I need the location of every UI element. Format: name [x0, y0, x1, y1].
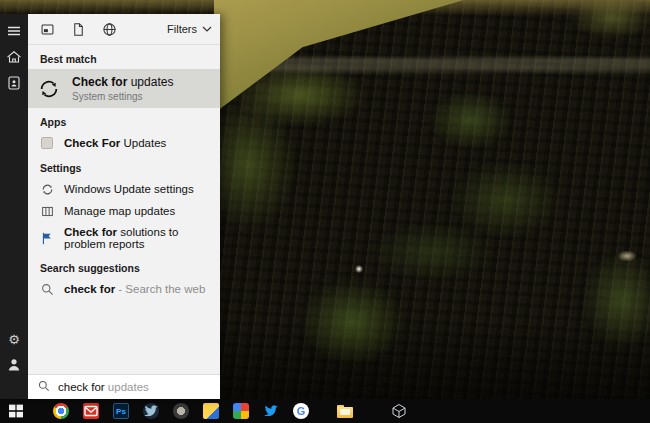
map-icon — [40, 204, 54, 218]
flag-icon — [40, 231, 54, 245]
filters-label: Filters — [167, 23, 197, 35]
setting-manage-map-updates[interactable]: Manage map updates — [28, 200, 220, 222]
search-input[interactable]: check for updates — [28, 374, 220, 399]
suggestion-check-for[interactable]: check for - Search the web — [28, 278, 220, 300]
app-icon — [40, 136, 54, 150]
notebook-icon[interactable] — [6, 75, 22, 91]
filters-dropdown[interactable]: Filters — [167, 23, 212, 35]
chevron-down-icon — [202, 26, 212, 32]
suggestion-label: check for - Search the web — [64, 283, 205, 295]
setting-check-solutions[interactable]: Check for solutions to problem reports — [28, 222, 220, 254]
best-match-subtitle: System settings — [72, 91, 173, 102]
bird-app-icon[interactable] — [143, 403, 159, 419]
search-icon — [38, 380, 50, 394]
search-flyout: ⚙ Filters B — [0, 14, 220, 399]
windows-desktop: Ps G — [0, 0, 650, 423]
chrome-icon[interactable] — [53, 403, 69, 419]
search-suggestions-header: Search suggestions — [28, 254, 220, 278]
documents-filter-icon[interactable] — [71, 22, 86, 37]
sync-icon — [40, 182, 54, 196]
photos-app-icon[interactable] — [233, 403, 249, 419]
best-match-title: Check for updates — [72, 75, 173, 89]
search-icon — [40, 282, 54, 296]
best-match-result[interactable]: Check for updates System settings — [28, 69, 220, 108]
cube-app-icon[interactable] — [391, 403, 407, 419]
setting-label: Windows Update settings — [64, 183, 194, 195]
app-result-check-for-updates[interactable]: Check For Updates — [28, 132, 220, 154]
search-query: check for updates — [58, 381, 149, 393]
search-rail: ⚙ — [0, 14, 28, 399]
best-match-header: Best match — [28, 45, 220, 69]
file-explorer-icon[interactable] — [337, 403, 353, 419]
search-results-panel: Filters Best match Check for updates Sys… — [28, 14, 220, 399]
settings-header: Settings — [28, 154, 220, 178]
setting-label: Check for solutions to problem reports — [64, 226, 208, 250]
round-app-icon[interactable] — [173, 403, 189, 419]
menu-icon[interactable] — [6, 23, 22, 39]
mail-icon[interactable] — [83, 403, 99, 419]
home-icon[interactable] — [6, 49, 22, 65]
apps-filter-icon[interactable] — [40, 22, 55, 37]
setting-windows-update[interactable]: Windows Update settings — [28, 178, 220, 200]
twitter-icon[interactable] — [263, 403, 279, 419]
web-filter-icon[interactable] — [102, 22, 117, 37]
settings-gear-icon[interactable]: ⚙ — [6, 331, 22, 347]
google-icon[interactable]: G — [293, 403, 309, 419]
docs-app-icon[interactable] — [203, 403, 219, 419]
setting-label: Manage map updates — [64, 205, 175, 217]
sync-icon — [38, 78, 60, 100]
taskbar: Ps G — [0, 399, 650, 423]
app-result-label: Check For Updates — [64, 137, 166, 149]
start-button[interactable] — [8, 403, 24, 419]
feedback-icon[interactable] — [6, 357, 22, 373]
photoshop-icon[interactable]: Ps — [113, 403, 129, 419]
apps-header: Apps — [28, 108, 220, 132]
filter-topbar: Filters — [28, 14, 220, 45]
